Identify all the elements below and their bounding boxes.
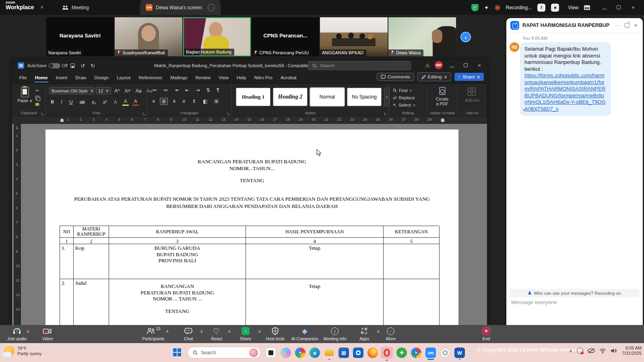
strikethrough-button[interactable]: ab <box>78 99 87 105</box>
comments-button[interactable]: Comments <box>377 73 414 81</box>
tray-expand-icon[interactable]: ∧ <box>569 348 572 354</box>
menu-mailings[interactable]: Mailings <box>166 73 191 82</box>
chat-popout-icon[interactable] <box>625 23 630 28</box>
menu-home[interactable]: Home <box>31 73 52 82</box>
line-spacing-button[interactable]: ⇕ <box>190 98 198 105</box>
pause-recording-button[interactable]: ‖ <box>537 4 545 12</box>
menu-acrobat[interactable]: Acrobat <box>277 73 301 82</box>
chat-chevron[interactable]: ∧ <box>200 329 203 333</box>
word-restore-icon[interactable] <box>461 62 470 68</box>
paragraph-dialog-launcher[interactable] <box>227 112 230 115</box>
save-icon[interactable] <box>70 64 75 68</box>
menu-file[interactable]: File <box>15 73 31 82</box>
font-color-button[interactable]: A <box>132 98 139 106</box>
tab-meeting[interactable]: Meeting <box>56 0 95 15</box>
paste-button[interactable]: Paste ∨ <box>17 87 33 103</box>
font-size-combo[interactable]: 12∨ <box>96 87 111 95</box>
find-button[interactable]: Find∨ <box>393 87 415 94</box>
change-case-button[interactable]: Aa <box>134 88 143 94</box>
menu-references[interactable]: References <box>134 73 166 82</box>
align-right-button[interactable]: ≡ <box>171 98 177 105</box>
grow-font-button[interactable]: A^ <box>113 88 122 94</box>
create-pdf-button[interactable]: Create a PDF <box>427 87 457 106</box>
host-tools-button[interactable]: Host tools <box>266 327 285 341</box>
left-indent-marker[interactable] <box>60 118 64 122</box>
video-button[interactable]: Video <box>42 327 53 341</box>
bullets-button[interactable]: ≔ <box>151 87 159 93</box>
share-chevron[interactable]: ∧ <box>258 329 261 333</box>
align-left-button[interactable]: ≡ <box>151 98 157 105</box>
recorder-icon[interactable] <box>440 348 450 358</box>
tab-options-icon[interactable]: ··· <box>208 4 215 11</box>
audio-options-chevron[interactable]: ∧ <box>27 329 29 333</box>
share-button[interactable]: ↑Share∨ <box>454 73 484 81</box>
video-tile-dewa[interactable]: Dewa Waisa <box>388 17 456 56</box>
increase-indent-button[interactable]: ⇥ <box>194 87 201 93</box>
document-page[interactable]: RANCANGAN PERATURAN BUPATI BADUNG NOMOR.… <box>45 130 458 325</box>
meeting-info-button[interactable]: i Meeting info <box>323 327 346 341</box>
restore-window-icon[interactable] <box>614 4 623 10</box>
word-search-box[interactable]: Search <box>308 61 411 70</box>
wifi-icon[interactable] <box>599 348 606 354</box>
menu-draw[interactable]: Draw <box>71 73 90 82</box>
font-dialog-launcher[interactable] <box>143 112 146 115</box>
redo-icon[interactable]: ↻ <box>91 63 95 69</box>
text-effects-button[interactable]: A <box>112 99 119 105</box>
close-window-icon[interactable]: × <box>629 4 638 10</box>
join-audio-button[interactable]: Join audio <box>7 327 27 341</box>
italic-button[interactable]: I <box>59 99 64 105</box>
decrease-indent-button[interactable]: ⇤ <box>184 87 191 93</box>
video-tile-anggaran[interactable]: ANGGARAN BPKAD <box>320 17 388 56</box>
video-tile-suadnyani[interactable]: Suadnyani/KanwilBali <box>115 17 182 56</box>
superscript-button[interactable]: x² <box>101 99 109 105</box>
tab-stop-selector[interactable]: L <box>14 124 21 131</box>
document-area[interactable]: 12345678910111213 RANCANGAN PERATURAN BU… <box>12 124 487 325</box>
select-button[interactable]: ↖Select∨ <box>393 101 415 109</box>
participants-chevron[interactable]: ∧ <box>166 329 169 333</box>
editing-mode-button[interactable]: Editing∨ <box>417 72 452 81</box>
copilot-icon[interactable] <box>281 348 291 358</box>
vertical-ruler[interactable]: 12345678910111213 <box>14 124 21 325</box>
message-more-icon[interactable]: ··· <box>542 107 547 113</box>
firefox-icon[interactable] <box>367 348 378 358</box>
borders-button[interactable]: ⊞ <box>213 98 220 105</box>
task-view-icon[interactable] <box>266 348 276 358</box>
ms-store-icon[interactable]: ⊞ <box>339 348 349 358</box>
menu-nitro-pro[interactable]: Nitro Pro <box>250 73 277 82</box>
next-participants-button[interactable]: › <box>460 32 471 42</box>
stop-recording-button[interactable]: ■ <box>551 4 559 12</box>
chat-message-input[interactable] <box>510 299 637 306</box>
security-shield-icon[interactable]: ✓ <box>471 4 479 11</box>
ai-companion-button[interactable]: ◆ AI Companion <box>291 327 318 341</box>
undo-icon[interactable]: ↺ <box>80 63 85 69</box>
zoom-app-icon[interactable]: zm <box>425 348 436 358</box>
apps-chevron[interactable]: ∧ <box>377 329 380 333</box>
view-grid-icon[interactable] <box>584 5 590 10</box>
view-button[interactable]: View <box>568 5 578 10</box>
style-heading1[interactable]: Heading 1 <box>236 88 270 106</box>
chat-message-bubble[interactable]: Selamat Pagi Bapak/Ibu Mohon untuk dapat… <box>520 42 611 116</box>
subscript-button[interactable]: x₂ <box>90 99 98 105</box>
shrink-font-button[interactable]: A˅ <box>123 88 132 94</box>
autosave-toggle[interactable] <box>48 63 60 68</box>
chat-button[interactable]: Chat <box>184 327 193 341</box>
reply-icon[interactable]: ⟲ <box>522 107 526 113</box>
video-tile-narayana[interactable]: Narayana Savitri Narayana Savitri <box>46 17 114 56</box>
horizontal-ruler[interactable]: 1234567891011121314151617181920212223242… <box>12 116 487 124</box>
style-heading2[interactable]: Heading 2 <box>273 88 308 106</box>
replace-button[interactable]: ⇄Replace <box>393 94 415 101</box>
participants-button[interactable]: 13 Participants <box>142 327 165 341</box>
video-tile-cpns[interactable]: CPNS Perancan... CPNS Perancang PerUU <box>252 17 319 56</box>
clipboard-dialog-launcher[interactable] <box>41 112 44 115</box>
workspace-chevron-icon[interactable]: ∨ <box>40 4 43 10</box>
addins-button[interactable]: Add-ins <box>457 88 487 103</box>
taskbar-weather[interactable]: 78°FPartly sunny <box>4 346 42 356</box>
edge-icon[interactable]: e <box>310 348 320 358</box>
shading-button[interactable]: ◧ <box>201 98 209 105</box>
word-taskbar-icon[interactable]: W <box>454 348 465 358</box>
chat-message-link[interactable]: https://forms.zohopublic.com/harmonisasi… <box>524 72 607 112</box>
opera-icon[interactable] <box>381 347 393 359</box>
chat-more-icon[interactable]: ··· <box>614 22 621 28</box>
numbering-button[interactable]: ≕ <box>162 87 170 93</box>
minimize-window-icon[interactable] <box>600 4 609 10</box>
